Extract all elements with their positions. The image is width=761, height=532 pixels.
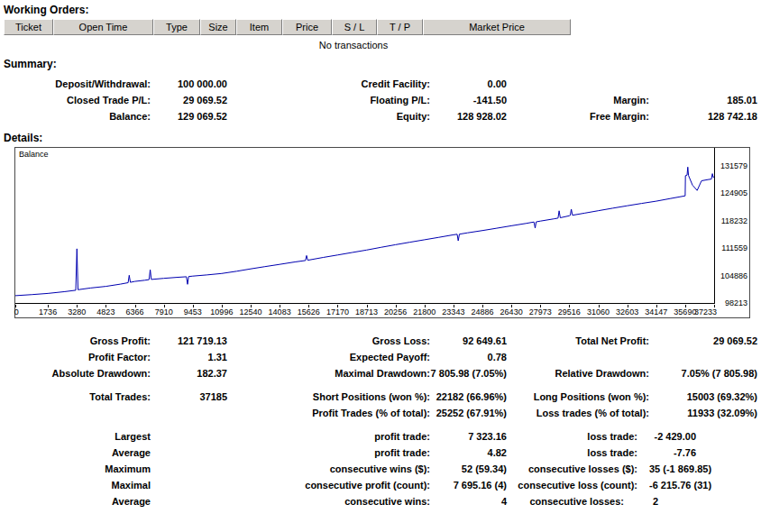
stat-value: 7.05% (7 805.98) <box>649 365 757 381</box>
stat-label: consecutive wins: <box>227 493 430 509</box>
stat-value <box>151 477 227 493</box>
stat-value: 2 <box>649 493 757 509</box>
stat-value: -6 215.76 (31) <box>649 477 757 493</box>
stat-value: 11933 (32.09%) <box>649 405 757 421</box>
stat-label: Total Net Profit: <box>507 333 649 349</box>
stat-label: Maximal <box>2 477 151 493</box>
column-header-sl[interactable]: S / L <box>332 19 377 35</box>
balance-chart: Balance 01736328048236366791094531099612… <box>14 147 750 318</box>
column-header-type[interactable]: Type <box>153 19 200 35</box>
stats-row: Average consecutive wins: 4 consecutive … <box>2 493 759 509</box>
summary-value: 0.00 <box>430 76 507 92</box>
x-axis-label: 14083 <box>269 307 291 316</box>
summary-label: Free Margin: <box>507 108 649 124</box>
stat-label: Expected Payoff: <box>227 349 430 365</box>
stat-value: -2 429.00 <box>649 428 757 445</box>
stats-row: Maximum consecutive wins ($): 52 (59.34)… <box>2 461 759 477</box>
y-axis-label: 98213 <box>725 298 747 307</box>
x-axis-label: 7910 <box>155 307 173 316</box>
stat-value: 29 069.52 <box>649 333 757 349</box>
stat-value <box>151 405 227 421</box>
stat-value: 35 (-1 869.85) <box>649 461 757 477</box>
x-axis-label: 20256 <box>384 307 407 316</box>
statistics-section: Gross Profit: 121 719.13 Gross Loss: 92 … <box>2 333 759 509</box>
stat-label: Gross Loss: <box>227 333 430 349</box>
stats-row: Maximal consecutive profit (count): 7 69… <box>2 477 759 493</box>
summary-section: Deposit/Withdrawal: 100 000.00 Credit Fa… <box>2 76 759 124</box>
column-header-tp[interactable]: T / P <box>377 19 423 35</box>
summary-label: Equity: <box>227 108 430 124</box>
summary-value: 29 069.52 <box>151 92 227 108</box>
details-title: Details: <box>4 132 759 144</box>
x-axis-label: 1736 <box>39 307 57 316</box>
x-axis-label: 18713 <box>355 307 378 316</box>
x-axis-label: 37233 <box>694 307 717 316</box>
stat-value <box>649 349 757 365</box>
x-axis-label: 31060 <box>587 307 610 316</box>
stat-value: 7 323.16 <box>430 428 507 445</box>
x-axis-label: 0 <box>14 307 19 316</box>
stat-value: 7 695.16 (4) <box>430 477 507 493</box>
summary-label: Closed Trade P/L: <box>2 92 151 108</box>
stat-value <box>151 493 227 509</box>
stat-value <box>151 461 227 477</box>
stat-label: profit trade: <box>227 428 430 445</box>
summary-value: 185.01 <box>649 92 757 108</box>
stat-label: Loss trades (% of total): <box>507 405 649 421</box>
summary-label: Deposit/Withdrawal: <box>2 76 151 92</box>
stat-label: Average <box>2 493 151 509</box>
stat-value: 25252 (67.91%) <box>430 405 507 421</box>
column-header-open-time[interactable]: Open Time <box>53 19 153 35</box>
summary-label <box>507 76 649 92</box>
stat-label: Profit Factor: <box>2 349 151 365</box>
summary-title: Summary: <box>4 58 759 70</box>
stat-label: profit trade: <box>227 445 430 461</box>
stat-label: consecutive losses: <box>507 493 649 509</box>
x-axis-label: 29516 <box>558 307 581 316</box>
x-axis-label: 10996 <box>210 307 233 316</box>
summary-label: Margin: <box>507 92 649 108</box>
chart-x-axis: 0173632804823636679109453109961254014083… <box>15 305 715 317</box>
stat-value: 121 719.13 <box>151 333 227 349</box>
stats-row: Largest profit trade: 7 323.16 loss trad… <box>2 428 759 445</box>
stats-row: Average profit trade: 4.82 loss trade: -… <box>2 445 759 461</box>
x-axis-label: 21800 <box>413 307 436 316</box>
column-header-ticket[interactable]: Ticket <box>4 19 53 35</box>
stats-group-gap <box>2 421 759 428</box>
x-axis-label: 3280 <box>68 307 86 316</box>
stat-label: Maximum <box>2 461 151 477</box>
stats-row: Profit Trades (% of total): 25252 (67.91… <box>2 405 759 421</box>
stat-label: Average <box>2 445 151 461</box>
x-axis-label: 17170 <box>326 307 349 316</box>
stat-value: -7.76 <box>649 445 757 461</box>
x-axis-label: 4823 <box>96 307 115 316</box>
stat-value: 92 649.61 <box>430 333 507 349</box>
summary-label: Floating P/L: <box>227 92 430 108</box>
stat-value: 4.82 <box>430 445 507 461</box>
column-header-price[interactable]: Price <box>282 19 332 35</box>
column-header-market-price[interactable]: Market Price <box>423 19 571 35</box>
summary-label: Credit Facility: <box>227 76 430 92</box>
stat-value: 22182 (66.96%) <box>430 389 507 405</box>
stat-value <box>151 445 227 461</box>
stat-value <box>151 428 227 445</box>
stats-row: Gross Profit: 121 719.13 Gross Loss: 92 … <box>2 333 759 349</box>
stat-label: Largest <box>2 428 151 445</box>
y-axis-label: 124905 <box>720 188 747 197</box>
stat-value: 182.37 <box>151 365 227 381</box>
no-transactions-text: No transactions <box>2 35 705 56</box>
summary-label: Balance: <box>2 108 151 124</box>
x-axis-label: 35690 <box>674 307 696 316</box>
stat-label: consecutive profit (count): <box>227 477 430 493</box>
stat-value: 0.78 <box>430 349 507 365</box>
x-axis-label: 24886 <box>471 307 493 316</box>
column-header-size[interactable]: Size <box>200 19 236 35</box>
y-axis-label: 131579 <box>720 161 747 170</box>
working-orders-header: Ticket Open Time Type Size Item Price S … <box>4 19 759 35</box>
chart-plot-area: Balance <box>15 148 715 304</box>
column-header-item[interactable]: Item <box>236 19 282 35</box>
x-axis-label: 6366 <box>125 307 143 316</box>
y-axis-label: 118232 <box>721 216 747 225</box>
stat-label: Short Positions (won %): <box>227 389 430 405</box>
stat-label: Gross Profit: <box>2 333 151 349</box>
